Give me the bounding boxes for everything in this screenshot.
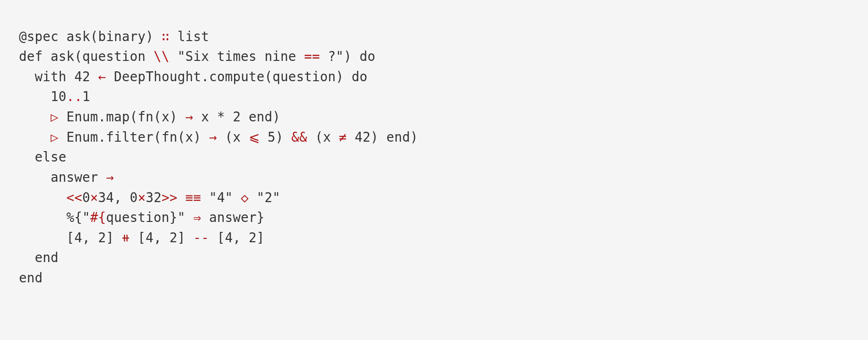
code-token: end [19, 270, 43, 285]
code-token: "Six times nine [169, 49, 304, 64]
code-token: with 42 [19, 69, 98, 84]
code-token: DeepThought.compute(question) do [106, 69, 367, 84]
code-token: (x [307, 129, 339, 144]
operator-token: → [185, 109, 193, 124]
operator-token: ⩽ [249, 129, 260, 144]
operator-token: .. [67, 89, 83, 104]
operator-token: << [67, 190, 83, 205]
code-token: [4, 2] [19, 230, 122, 245]
code-token: x * 2 end) [193, 109, 280, 124]
operator-token: #{ [90, 210, 106, 225]
code-token: list [169, 29, 209, 44]
operator-token: × [138, 190, 146, 205]
code-token [19, 129, 51, 144]
operator-token: ⇒ [193, 210, 201, 225]
code-token: "2" [249, 190, 280, 205]
code-token: %{" [19, 210, 90, 225]
operator-token: ▷ [51, 109, 59, 124]
code-line: end [19, 268, 849, 288]
operator-token: ≡≡ [185, 190, 201, 205]
code-line: ▷ Enum.map(fn(x) → x * 2 end) [19, 107, 849, 127]
code-line: <<0×34, 0×32>> ≡≡ "4" ◇ "2" [19, 187, 849, 208]
operator-token: → [106, 170, 114, 185]
operator-token: == [304, 49, 320, 64]
code-token: ?") do [320, 49, 375, 64]
code-token [177, 190, 185, 205]
operator-token: ∷ [162, 29, 170, 44]
operator-token: ▷ [51, 129, 59, 144]
operator-token: → [209, 129, 217, 144]
operator-token: × [90, 190, 98, 205]
operator-token: && [291, 129, 307, 144]
operator-token: ⧺ [122, 230, 130, 245]
code-token: [4, 2] [209, 230, 264, 245]
operator-token: ← [98, 69, 106, 84]
code-token: answer} [201, 210, 264, 225]
code-line: with 42 ← DeepThought.compute(question) … [19, 67, 849, 87]
operator-token: \\ [154, 49, 170, 64]
code-token: def ask(question [19, 49, 154, 64]
code-line: answer → [19, 167, 849, 187]
code-token: answer [19, 170, 106, 185]
code-token [19, 190, 67, 205]
code-token: Enum.map(fn(x) [59, 109, 185, 124]
code-content: @spec ask(binary) ∷ listdef ask(question… [19, 26, 849, 288]
code-token: 1 [82, 89, 90, 104]
code-token: 5) [260, 129, 291, 144]
code-token: @spec ask(binary) [19, 29, 162, 44]
code-line: end [19, 247, 849, 268]
code-token: (x [217, 129, 249, 144]
code-token: 32 [146, 190, 162, 205]
code-token: end [19, 250, 59, 265]
code-line: [4, 2] ⧺ [4, 2] -- [4, 2] [19, 228, 849, 248]
operator-token: >> [162, 190, 178, 205]
code-token: "4" [201, 190, 241, 205]
code-line: 10..1 [19, 86, 849, 107]
code-token: else [19, 149, 67, 164]
code-line: %{"#{question}" ⇒ answer} [19, 207, 849, 228]
code-token: 10 [19, 89, 67, 104]
code-token: [4, 2] [130, 230, 193, 245]
operator-token: -- [193, 230, 209, 245]
operator-token: ≠ [339, 129, 347, 144]
code-token: 0 [82, 190, 90, 205]
code-line: else [19, 147, 849, 167]
code-token: 34, 0 [98, 190, 138, 205]
code-block: @spec ask(binary) ∷ listdef ask(question… [0, 13, 868, 301]
code-token: question}" [106, 210, 193, 225]
code-token: 42) end) [347, 129, 418, 144]
code-line: def ask(question \\ "Six times nine == ?… [19, 46, 849, 67]
code-line: ▷ Enum.filter(fn(x) → (x ⩽ 5) && (x ≠ 42… [19, 127, 849, 147]
operator-token: ◇ [241, 190, 249, 205]
code-line: @spec ask(binary) ∷ list [19, 26, 849, 47]
code-token: Enum.filter(fn(x) [59, 129, 209, 144]
code-token [19, 109, 51, 124]
